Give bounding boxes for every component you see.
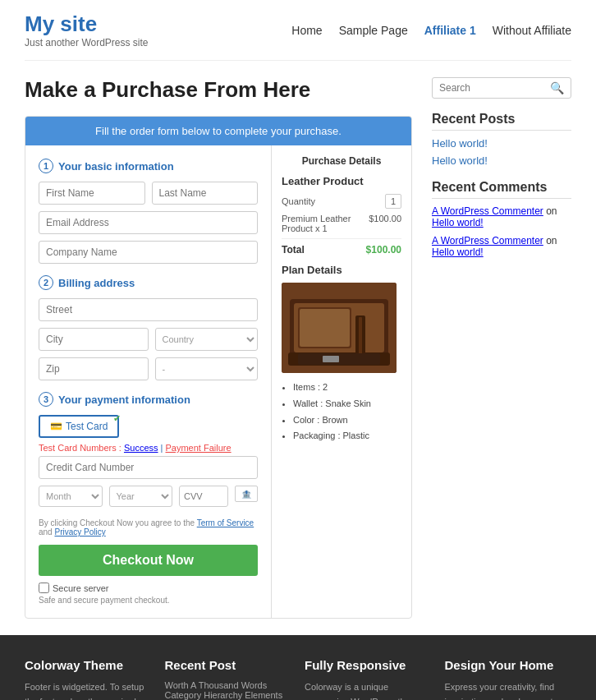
site-brand: My site Just another WordPress site xyxy=(25,12,149,48)
comment-post-1-link[interactable]: Hello world! xyxy=(432,217,484,228)
secure-checkbox[interactable] xyxy=(39,583,49,593)
product-image xyxy=(282,283,397,373)
footer-col1-title: Colorway Theme xyxy=(25,658,152,672)
email-input[interactable] xyxy=(39,211,258,234)
search-input[interactable] xyxy=(439,82,550,94)
last-name-input[interactable] xyxy=(152,182,259,205)
section-billing: 2 Billing address Country xyxy=(39,275,258,380)
card-check-icon: ✔ xyxy=(113,413,121,424)
svg-rect-9 xyxy=(359,317,362,358)
footer-col1-text: Footer is widgetized. To setup the foote… xyxy=(25,680,152,700)
section-basic-info: 1 Your basic information xyxy=(39,159,258,264)
search-icon[interactable]: 🔍 xyxy=(550,81,564,94)
failure-link[interactable]: Payment Failure xyxy=(166,443,232,453)
card-icon-box: 🏦 xyxy=(235,486,258,502)
svg-rect-7 xyxy=(335,357,343,362)
purchase-side: Purchase Details Leather Product Quantit… xyxy=(272,145,411,618)
page-title: Make a Purchase From Here xyxy=(25,77,412,103)
plan-details-list: Items : 2 Wallet : Snake Skin Color : Br… xyxy=(282,380,401,444)
footer-post-2[interactable]: Category Hierarchy Elements xyxy=(165,690,292,700)
month-select[interactable]: Month xyxy=(39,486,103,507)
company-input[interactable] xyxy=(39,241,258,264)
header: My site Just another WordPress site Home… xyxy=(0,0,596,60)
comment-post-2-link[interactable]: Hello world! xyxy=(432,246,484,258)
credit-card-icon: 💳 xyxy=(50,421,62,432)
recent-comments-heading: Recent Comments xyxy=(432,180,571,199)
secure-server-label: Secure server xyxy=(53,583,108,593)
footer-col-responsive: Fully Responsive Colorway is a unique re… xyxy=(305,658,432,700)
total-label: Total xyxy=(282,244,305,256)
cvv-input[interactable] xyxy=(179,486,228,507)
checkout-header: Fill the order form below to complete yo… xyxy=(25,117,411,145)
secure-row: Secure server xyxy=(39,583,258,593)
recent-post-2[interactable]: Hello world! xyxy=(432,154,571,167)
svg-rect-5 xyxy=(288,352,390,366)
card-type-icon: 🏦 xyxy=(241,490,251,499)
section-num-3: 3 xyxy=(39,392,53,407)
quantity-value: 1 xyxy=(385,194,401,209)
section-title-1: Your basic information xyxy=(58,160,174,173)
success-link[interactable]: Success xyxy=(124,443,158,453)
year-select[interactable]: Year xyxy=(109,486,173,507)
plan-detail-item: Color : Brown xyxy=(293,412,401,429)
terms-text: By clicking Checkout Now you agree to th… xyxy=(39,518,258,537)
sidebar-recent-posts: Recent Posts Hello world! Hello world! xyxy=(432,112,571,167)
street-input[interactable] xyxy=(39,298,258,321)
plan-detail-item: Wallet : Snake Skin xyxy=(293,396,401,412)
nav-affiliate1[interactable]: Affiliate 1 xyxy=(424,24,476,37)
svg-rect-4 xyxy=(300,309,350,347)
checkout-button[interactable]: Checkout Now xyxy=(39,545,258,576)
footer-col4-text: Express your creativity, find inspiratio… xyxy=(445,680,572,700)
city-input[interactable] xyxy=(39,328,149,351)
comment-1: A WordPress Commenter on Hello world! xyxy=(432,205,571,228)
sidebar-recent-comments: Recent Comments A WordPress Commenter on… xyxy=(432,180,571,258)
content-area: Make a Purchase From Here Fill the order… xyxy=(25,77,412,619)
section-num-2: 2 xyxy=(39,275,53,290)
nav-home[interactable]: Home xyxy=(291,24,322,37)
secure-desc: Safe and secure payment checkout. xyxy=(39,596,258,605)
country-select[interactable]: Country xyxy=(155,328,259,351)
footer-col-colorway: Colorway Theme Footer is widgetized. To … xyxy=(25,658,152,700)
search-box: 🔍 xyxy=(432,77,571,99)
commenter-2-link[interactable]: A WordPress Commenter xyxy=(432,235,543,246)
test-card-button[interactable]: 💳 Test Card ✔ xyxy=(39,415,119,438)
commenter-1-link[interactable]: A WordPress Commenter xyxy=(432,205,543,217)
footer-widgets: Colorway Theme Footer is widgetized. To … xyxy=(0,635,596,700)
zip-extra-select[interactable]: - xyxy=(155,357,259,380)
card-number-input[interactable] xyxy=(39,456,258,479)
plan-detail-item: Items : 2 xyxy=(293,380,401,396)
main-nav: Home Sample Page Affiliate 1 Without Aff… xyxy=(291,24,571,37)
footer-col3-title: Fully Responsive xyxy=(305,658,432,672)
recent-post-1[interactable]: Hello world! xyxy=(432,137,571,150)
footer-post-1[interactable]: Worth A Thousand Words xyxy=(165,680,292,690)
section-title-3: Your payment information xyxy=(58,394,190,406)
nav-without-affiliate[interactable]: Without Affiliate xyxy=(493,24,571,37)
sidebar: 🔍 Recent Posts Hello world! Hello world!… xyxy=(432,77,571,619)
svg-rect-6 xyxy=(327,354,351,364)
purchase-title: Purchase Details xyxy=(282,155,401,167)
terms-link[interactable]: Term of Service xyxy=(197,518,254,527)
section-num-1: 1 xyxy=(39,159,53,173)
product-name: Leather Product xyxy=(282,175,401,187)
product-line: Premium Leather Product x 1 xyxy=(282,214,369,233)
footer-col4-title: Design Your Home xyxy=(445,658,572,672)
nav-sample-page[interactable]: Sample Page xyxy=(339,24,408,37)
zip-input[interactable] xyxy=(39,357,149,380)
footer-col-recent-post: Recent Post Worth A Thousand Words Categ… xyxy=(165,658,292,700)
plan-detail-item: Packaging : Plastic xyxy=(293,428,401,444)
footer-col-design: Design Your Home Express your creativity… xyxy=(445,658,572,700)
section-payment: 3 Your payment information 💳 Test Card ✔… xyxy=(39,392,258,507)
first-name-input[interactable] xyxy=(39,182,145,205)
recent-posts-heading: Recent Posts xyxy=(432,112,571,131)
site-tagline: Just another WordPress site xyxy=(25,37,149,48)
comment-2: A WordPress Commenter on Hello world! xyxy=(432,235,571,258)
total-price: $100.00 xyxy=(366,244,401,256)
product-price: $100.00 xyxy=(369,214,401,233)
card-details-row: Month Year 🏦 xyxy=(39,486,258,507)
test-card-info: Test Card Numbers : Success | Payment Fa… xyxy=(39,443,258,453)
footer-col3-text: Colorway is a unique responsive WordPres… xyxy=(305,680,432,700)
form-side: 1 Your basic information xyxy=(25,145,272,618)
checkout-container: Fill the order form below to complete yo… xyxy=(25,116,412,619)
privacy-link[interactable]: Privacy Policy xyxy=(54,527,105,537)
plan-title: Plan Details xyxy=(282,264,401,276)
